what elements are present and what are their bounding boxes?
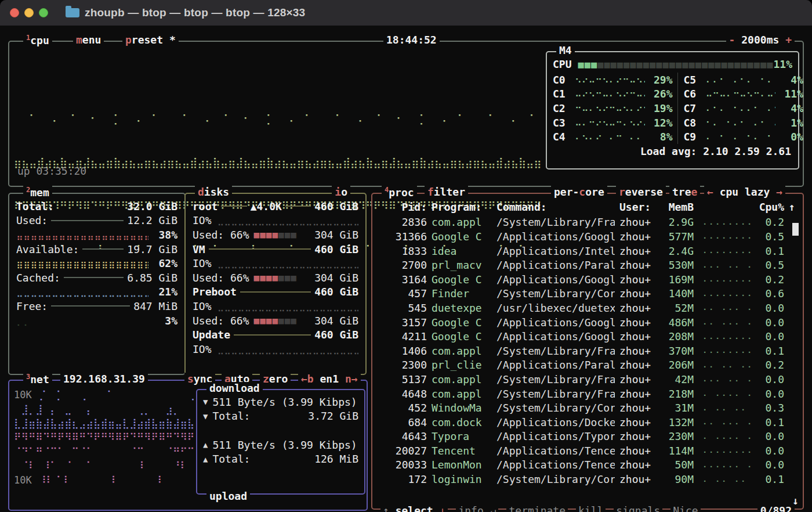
disk-name: root xyxy=(193,200,217,212)
proc-cpu: 0.0 xyxy=(756,388,784,400)
proc-program: loginwin xyxy=(432,473,492,485)
sort-selector: ← cpu lazy → xyxy=(704,186,785,198)
proc-mem: 486M xyxy=(661,316,694,329)
close-button[interactable] xyxy=(10,8,19,17)
interval-increase-button[interactable]: + xyxy=(785,34,792,46)
proc-cpu: 0.1 xyxy=(756,345,784,357)
table-row[interactable]: 5137 com.appl /System/Library/Framework … xyxy=(372,372,803,387)
nice-button[interactable]: Nice xyxy=(670,504,700,512)
mem-cached-value: 6.85 GiB xyxy=(127,272,177,284)
terminate-button[interactable]: terminate xyxy=(506,504,568,512)
zoom-button[interactable] xyxy=(39,8,48,17)
upload-total-value: 126 MiB xyxy=(314,453,358,465)
disk-name: VM xyxy=(193,243,205,255)
proc-user: zhou+ xyxy=(619,416,657,428)
net-next-button[interactable]: n→ xyxy=(345,373,358,385)
proc-program: Google C xyxy=(432,273,492,286)
proc-mem: 2.4G xyxy=(661,245,694,257)
table-row[interactable]: 457 Finder /System/Library/CoreServi zho… xyxy=(372,287,803,301)
proc-command: /System/Library/CoreServi xyxy=(496,402,615,414)
proc-mem: 218M xyxy=(661,388,694,400)
proc-mem: 370M xyxy=(661,345,694,357)
download-graph-line: ⠀⣸⡀⣸⠀⡄⠀⣀⠀⠀⡄⠀⠀⠀⠀⠀⠀⢀⡀⠀⠀⣰⡀⠀⠀⠀⠀⠀ xyxy=(14,403,194,415)
reverse-toggle[interactable]: reverse xyxy=(616,186,666,198)
disk-row: Preboot 460 GiB xyxy=(186,285,365,300)
net-zero-toggle[interactable]: zero xyxy=(260,373,291,385)
upload-arrow-icon: ▲ xyxy=(203,455,208,464)
proc-cpu-meter: ⠄⠀⠄⠄⠀⠄⠄⠀ xyxy=(698,474,752,485)
table-row[interactable]: 4648 com.appl /System/Library/Framework … xyxy=(372,387,803,401)
proc-user: zhou+ xyxy=(619,430,657,442)
sort-right-button[interactable]: → xyxy=(776,186,782,198)
table-row[interactable]: 2700 prl_macv /Applications/Parallels D … xyxy=(372,258,803,272)
filter-button[interactable]: filter xyxy=(425,186,468,198)
sort-left-button[interactable]: ← xyxy=(707,186,713,198)
kill-button[interactable]: kill xyxy=(576,504,606,512)
proc-pid: 545 xyxy=(378,302,427,314)
net-stats-box: download ▼ 511 Byte/s (3.99 Kibps) ▼ Tot… xyxy=(196,389,365,495)
table-row[interactable]: 3157 Google C /Applications/Google Chro … xyxy=(372,315,803,330)
table-row[interactable]: 452 WindowMa /System/Library/CoreServi z… xyxy=(372,401,803,415)
disk-io-label: IO% xyxy=(193,300,212,312)
disk-used-label: Used: 66% xyxy=(193,315,249,327)
mem-box-title: 2mem xyxy=(23,186,52,199)
disks-io-toggle[interactable]: io xyxy=(332,186,350,198)
table-row[interactable]: 2836 com.appl /System/Library/Framework … xyxy=(372,215,803,230)
net-box-title: 3net xyxy=(23,373,52,385)
table-row[interactable]: 20033 LemonMon /Applications/Tencent Lem… xyxy=(372,458,803,473)
proc-footer: ↑ select ↓ info ↵ terminate kill signals… xyxy=(372,504,803,512)
proc-cpu: 0.3 xyxy=(756,402,784,414)
download-graph-line: ⠀⡈⠀⢈⠀⠀⠀⡀⠀⠀⠈⠀⠀⠀⠀⠀⠀⠀⠀⠀⠀⠀⡀⠀⠀⠀⠀⠀ xyxy=(32,389,194,401)
process-list: 2836 com.appl /System/Library/Framework … xyxy=(372,215,803,486)
table-row[interactable]: 20027 Tencent /Applications/Tencent Lem … xyxy=(372,444,803,458)
mem-cached-label: Cached: xyxy=(16,272,60,284)
proc-program: prl_clie xyxy=(432,359,492,371)
info-button[interactable]: info ↵ xyxy=(456,504,498,512)
table-row[interactable]: 2300 prl_clie /Applications/Parallels D … xyxy=(372,358,803,373)
proc-program: Finder xyxy=(432,287,492,300)
sort-direction-icon: ↑ xyxy=(789,201,799,213)
cpu-total-percent: 11% xyxy=(773,58,792,70)
upload-rate: 511 Byte/s (3.99 Kibps) xyxy=(212,439,357,451)
table-row[interactable]: 4211 Google C /Applications/Google Chro … xyxy=(372,329,803,344)
table-row[interactable]: 3164 Google C /Applications/Google Chro … xyxy=(372,272,803,287)
header-memb[interactable]: MemB xyxy=(661,201,694,213)
minimize-button[interactable] xyxy=(24,8,34,17)
header-pid[interactable]: Pid: xyxy=(378,201,427,213)
net-prev-button[interactable]: ←b xyxy=(301,373,314,385)
signals-button[interactable]: signals xyxy=(614,504,662,512)
scrollbar-thumb[interactable] xyxy=(792,223,799,236)
header-cpu[interactable]: Cpu% xyxy=(756,201,784,213)
proc-pid: 3164 xyxy=(378,273,427,286)
core-meter: ⠄⠂⠄⠀⠂⠄⠄⠂⠀⠄⠂⠄⠀⠂⠄ xyxy=(706,103,776,114)
disk-io-meter: ⣀⣀⣀⣀⣀⣀⣀⣀⣀⣀⣀⣀⣀⣀⣀⣀⣀⣀⣀⣀⣀⣀⣀⣀⣀⣀ xyxy=(217,258,358,269)
table-row[interactable]: 1833 idea /Applications/IntelliJ ID zhou… xyxy=(372,244,803,258)
preset-button[interactable]: preset * xyxy=(122,34,179,46)
table-row[interactable]: 172 loginwin /System/Library/CoreServi z… xyxy=(372,472,803,486)
proc-program: com.appl xyxy=(432,373,492,385)
core-meter: ⠤⠔⠢⠒⠤⠄⠢⠔⠒⠤⠔⠢⠄⠒⠤ xyxy=(575,88,645,99)
table-row[interactable]: 4643 Typora /Applications/Typora.app/ zh… xyxy=(372,430,803,444)
proc-cpu: 0.0 xyxy=(756,373,784,385)
table-row[interactable]: 545 duetexpe /usr/libexec/duetexpertd zh… xyxy=(372,301,803,315)
menu-button[interactable]: menu xyxy=(73,34,104,46)
table-row[interactable]: 1406 com.appl /System/Library/Framework … xyxy=(372,344,803,358)
per-core-toggle[interactable]: per-core xyxy=(551,186,607,198)
header-command[interactable]: Command: xyxy=(496,201,615,213)
header-user[interactable]: User: xyxy=(619,201,657,213)
disk-size: 460 GiB xyxy=(314,286,358,298)
select-down-button[interactable]: ↓ xyxy=(440,504,446,512)
cpu-model-label: M4 xyxy=(556,44,575,56)
select-up-button[interactable]: ↑ select ↓ xyxy=(380,504,448,512)
cpu-box: 1cpu menu preset * 18:44:52 - 2000ms + ⠀… xyxy=(8,41,804,187)
traffic-lights xyxy=(10,8,48,17)
header-program[interactable]: Program: xyxy=(432,201,492,213)
table-row[interactable]: 31366 Google C /Applications/Google Chro… xyxy=(372,229,803,244)
proc-cpu: 0.2 xyxy=(756,216,784,228)
tree-toggle[interactable]: tree xyxy=(669,186,700,198)
interval-decrease-button[interactable]: - xyxy=(729,34,735,46)
net-axis-bottom: 10K xyxy=(14,474,32,486)
table-row[interactable]: 684 com.dock /Applications/Docker.app/ z… xyxy=(372,415,803,430)
mem-cached-meter: ⣀⣀⣀⣀⣀⣀⣀⣀⣀⣀⣀⣀⣀⣀⣀⣀⣀⣀⣀⣀⣀⣀⣀⣀⣀⣀ xyxy=(16,286,148,297)
proc-pid: 20027 xyxy=(378,445,427,457)
